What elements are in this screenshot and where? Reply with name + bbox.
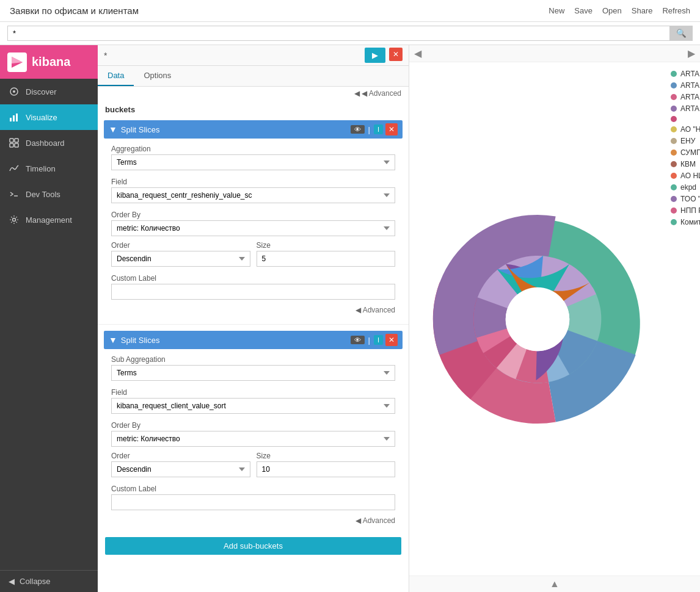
svg-rect-8 (15, 143, 18, 147)
sidebar-item-timelion[interactable]: Timelion (0, 156, 98, 181)
toggle-btn-2[interactable]: I (374, 335, 383, 345)
legend-dot (671, 94, 677, 100)
bottom-nav: ▲ (409, 576, 700, 592)
buckets-label: buckets (98, 100, 409, 117)
size-input-2[interactable] (257, 461, 396, 477)
collapse-button[interactable]: ◀ Collapse (0, 570, 98, 592)
legend-dot (671, 161, 677, 167)
bucket-section-2: ▼ Split Slices 👁 | I ✕ Sub Aggregation T… (98, 327, 409, 532)
save-button[interactable]: Save (574, 6, 592, 15)
field-label-2: Field (104, 386, 403, 398)
refresh-button[interactable]: Refresh (662, 6, 690, 15)
sidebar-item-visualize[interactable]: Visualize (0, 104, 98, 130)
legend-dot (671, 208, 677, 214)
bucket-header-2: ▼ Split Slices 👁 | I ✕ (104, 331, 403, 349)
delete-btn-2[interactable]: ✕ (385, 334, 398, 346)
legend-dot (671, 71, 677, 77)
advanced-arrow-2: Advanced (363, 516, 395, 525)
management-icon (9, 214, 20, 225)
sub-aggregation-select[interactable]: Terms (111, 365, 395, 381)
toggle-eye-1[interactable]: 👁 (351, 125, 365, 134)
devtools-icon (9, 189, 20, 200)
collapse-label: Collapse (20, 577, 51, 586)
aggregation-select-1[interactable]: Terms (111, 154, 395, 170)
legend-item: ekpd (671, 183, 700, 192)
chart-nav: ◀ ▶ (409, 45, 700, 62)
panel-tabs: Data Options (98, 66, 409, 87)
dashboard-icon (9, 137, 20, 148)
sidebar-item-management[interactable]: Management (0, 207, 98, 233)
sidebar-item-dashboard[interactable]: Dashboard (0, 130, 98, 156)
order-by-select-2[interactable]: metric: Количество (111, 431, 395, 447)
legend-label: ЕНУ (680, 137, 695, 145)
order-by-select-1[interactable]: metric: Количество (111, 220, 395, 236)
run-button[interactable]: ▶ (365, 48, 385, 63)
order-select-1[interactable]: Descendin (111, 251, 250, 267)
tab-options[interactable]: Options (134, 66, 181, 86)
aggregation-label-1: Aggregation (104, 142, 403, 154)
legend-label: ARTA Россия (680, 104, 700, 113)
panel-left: * ▶ ✕ Data Options ◀ Advanced buckets ▼ (98, 45, 409, 592)
panel-body: buckets ▼ Split Slices 👁 | I ✕ Aggregati… (98, 100, 409, 592)
timelion-icon (9, 163, 20, 174)
sidebar-item-devtools[interactable]: Dev Tools (0, 181, 98, 207)
close-button[interactable]: ✕ (389, 48, 403, 61)
kibana-logo-text: kibana (32, 55, 70, 69)
field-select-2[interactable]: kibana_request_client_value_sort (111, 398, 395, 414)
toggle-eye-2[interactable]: 👁 (351, 336, 365, 344)
legend-label: КВМ (680, 160, 696, 168)
bucket-arrow-1: ▼ (109, 125, 117, 134)
bottom-nav-up[interactable]: ▲ (550, 579, 560, 590)
advanced-link-1[interactable]: Advanced (104, 305, 403, 318)
custom-label-input-2[interactable]: Клиент/проект (111, 494, 395, 510)
svg-point-9 (13, 218, 16, 222)
search-input[interactable] (7, 26, 670, 41)
size-field-2: Size (257, 452, 396, 477)
delete-btn-1[interactable]: ✕ (385, 123, 398, 135)
open-button[interactable]: Open (602, 6, 622, 15)
legend-dot (671, 150, 677, 156)
legend-label: ekpd (680, 183, 696, 192)
advanced-link-top[interactable]: ◀ Advanced (98, 87, 409, 100)
order-label-1: Order (111, 241, 250, 250)
sidebar-label-timelion: Timelion (26, 164, 56, 173)
chart-nav-right[interactable]: ▶ (688, 48, 695, 59)
inline-fields-1: Order Descendin Size (104, 241, 403, 272)
chart-area: ◀ ▶ (409, 45, 700, 592)
legend-label: СУМП (680, 148, 700, 157)
visualize-icon (9, 112, 20, 123)
bucket-section-1: ▼ Split Slices 👁 | I ✕ Aggregation Terms… (98, 117, 409, 322)
field-select-1[interactable]: kibana_request_centr_resheniy_value_sc (111, 187, 395, 203)
new-button[interactable]: New (549, 6, 564, 15)
legend-item: АО "Национальная к... (671, 125, 700, 134)
chart-content: ARTA AstanaARTA AlmatyARTA HQARTA Россия… (409, 62, 700, 576)
sidebar-label-devtools: Dev Tools (26, 190, 60, 199)
order-by-label-2: Order By (104, 419, 403, 431)
sidebar-label-dashboard: Dashboard (26, 139, 65, 148)
legend-label: ARTA Astana (680, 70, 700, 78)
tab-data[interactable]: Data (98, 66, 134, 86)
legend-item: КВМ (671, 160, 700, 168)
custom-label-input-1[interactable]: Центр решений (111, 284, 395, 300)
top-bar: Заявки по офисам и клиентам New Save Ope… (0, 0, 700, 22)
legend-label: ТОО "Инвиво" (680, 195, 700, 203)
svg-point-1 (13, 90, 15, 93)
bucket-header-1: ▼ Split Slices 👁 | I ✕ (104, 120, 403, 139)
order-select-2[interactable]: Descendin (111, 461, 250, 477)
divider-1 (98, 324, 409, 325)
legend-item: ARTA Россия (671, 104, 700, 113)
svg-rect-4 (16, 114, 18, 121)
share-button[interactable]: Share (632, 6, 653, 15)
toggle-btn-1[interactable]: I (374, 125, 383, 134)
size-input-1[interactable] (257, 251, 396, 267)
chart-nav-left[interactable]: ◀ (414, 48, 421, 59)
chevron-left-icon: ◀ (9, 577, 15, 586)
advanced-link-2[interactable]: Advanced (104, 515, 403, 529)
legend-dot (671, 219, 677, 225)
sidebar-item-discover[interactable]: Discover (0, 79, 98, 104)
legend-dot (671, 184, 677, 190)
legend-dot (671, 138, 677, 144)
add-sub-buckets-button[interactable]: Add sub-buckets (105, 537, 401, 555)
sidebar-label-visualize: Visualize (26, 113, 57, 122)
search-button[interactable]: 🔍 (670, 26, 693, 41)
